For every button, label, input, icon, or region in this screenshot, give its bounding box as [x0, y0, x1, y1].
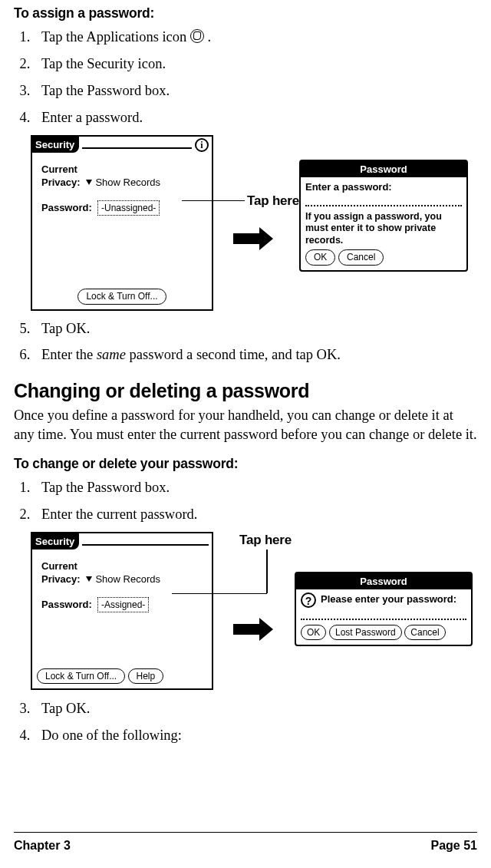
ok-button[interactable]: OK: [305, 249, 335, 265]
chevron-down-icon[interactable]: [86, 576, 92, 582]
heading-changing-deleting: Changing or deleting a password: [14, 378, 477, 404]
lost-password-button[interactable]: Lost Password: [329, 625, 402, 640]
leader-line: [172, 593, 267, 595]
password-dialog-enter: Password ? Please enter your password: O…: [295, 572, 473, 647]
leader-line-vert: [266, 550, 268, 593]
privacy-value[interactable]: Show Records: [95, 573, 160, 585]
security-screen-assigned: Security Current Privacy: Show Records P…: [31, 532, 213, 690]
password-input[interactable]: [301, 611, 466, 620]
dialog-prompt: Please enter your password:: [321, 592, 456, 606]
step-text: .: [208, 29, 212, 45]
password-input[interactable]: [305, 197, 462, 206]
help-button[interactable]: Help: [128, 668, 164, 684]
callout-tap-here: Tap here: [239, 532, 292, 550]
body-paragraph: Once you define a password for your hand…: [14, 406, 477, 444]
password-box[interactable]: -Assigned-: [97, 597, 149, 612]
step-text: password a second time, and tap OK.: [126, 347, 341, 362]
list-item: Tap OK.: [34, 319, 477, 338]
change-steps-list: Tap the Password box. Enter the current …: [14, 478, 477, 524]
footer-chapter: Chapter 3: [14, 837, 71, 854]
password-dialog-assign: Password Enter a password: If you assign…: [299, 160, 468, 272]
password-label: Password:: [41, 599, 92, 610]
leader-line: [182, 200, 245, 202]
step-text: Enter the: [41, 347, 97, 362]
callout-tap-here: Tap here: [247, 193, 299, 210]
step-text: Tap the Applications icon: [41, 29, 190, 45]
applications-icon: [190, 29, 204, 43]
list-item: Tap the Applications icon .: [34, 28, 477, 47]
lock-turn-off-button[interactable]: Lock & Turn Off...: [37, 668, 125, 684]
dialog-title: Password: [296, 573, 471, 590]
password-label: Password:: [41, 202, 92, 213]
dialog-help-text: If you assign a password, you must enter…: [305, 211, 462, 247]
heading-change-delete-steps: To change or delete your password:: [14, 455, 477, 474]
question-icon: ?: [301, 592, 316, 608]
change-steps-list-cont: Tap OK. Do one of the following:: [14, 699, 477, 745]
footer-page: Page 51: [431, 837, 477, 854]
ok-button[interactable]: OK: [301, 625, 326, 640]
list-item: Tap the Password box.: [34, 478, 477, 497]
security-tab: Security: [32, 533, 79, 550]
current-label: Current: [41, 560, 77, 572]
privacy-label: Privacy:: [41, 177, 81, 188]
current-label: Current: [41, 163, 77, 175]
list-item: Enter the current password.: [34, 505, 477, 524]
heading-assign-password: To assign a password:: [14, 5, 477, 23]
list-item: Enter a password.: [34, 108, 477, 127]
privacy-label: Privacy:: [41, 573, 81, 585]
assign-steps-list: Tap the Applications icon . Tap the Secu…: [14, 28, 477, 127]
titlebar-line: [82, 141, 192, 149]
list-item: Tap OK.: [34, 699, 477, 718]
privacy-value[interactable]: Show Records: [95, 177, 160, 188]
list-item: Do one of the following:: [34, 726, 477, 745]
list-item: Tap the Security icon.: [34, 54, 477, 74]
info-icon[interactable]: i: [195, 138, 209, 152]
list-item: Enter the same password a second time, a…: [34, 345, 477, 365]
cancel-button[interactable]: Cancel: [338, 249, 384, 265]
lock-turn-off-button[interactable]: Lock & Turn Off...: [77, 289, 166, 304]
dialog-prompt: Enter a password:: [305, 180, 462, 194]
list-item: Tap the Password box.: [34, 81, 477, 101]
cancel-button[interactable]: Cancel: [404, 625, 445, 640]
security-tab: Security: [32, 137, 79, 153]
dialog-title: Password: [301, 161, 466, 178]
page-footer: Chapter 3 Page 51: [14, 832, 477, 854]
chevron-down-icon[interactable]: [86, 180, 92, 185]
titlebar-line: [82, 538, 209, 546]
security-screen: Security i Current Privacy: Show Records…: [31, 135, 213, 311]
assign-steps-list-cont: Tap OK. Enter the same password a second…: [14, 319, 477, 365]
arrow-icon: [233, 227, 278, 250]
password-box[interactable]: -Unassigned-: [97, 200, 160, 216]
step-text-emph: same: [97, 347, 126, 362]
arrow-icon: [233, 618, 278, 641]
